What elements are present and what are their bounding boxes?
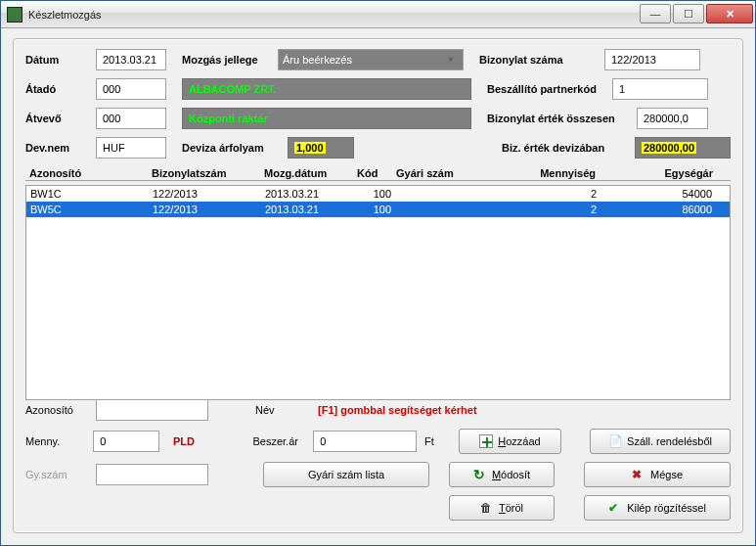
cross-icon <box>632 468 645 481</box>
add-button[interactable]: Hozzáad <box>459 429 560 454</box>
unit-pld: PLD <box>173 435 206 447</box>
document-icon <box>608 434 622 448</box>
combo-mozgas-jellege[interactable]: Áru beérkezés ▼ <box>278 49 464 70</box>
label-devnem: Dev.nem <box>25 142 88 154</box>
close-button[interactable]: ✕ <box>706 4 753 23</box>
display-atado-nev: ALBACOMP ZRT. <box>182 78 471 100</box>
modify-button[interactable]: Módosít <box>449 462 555 487</box>
delete-button[interactable]: Töröl <box>449 495 555 521</box>
display-biz-ertek-devizaban: 280000,00 <box>635 137 731 159</box>
col-mennyiseg: Mennyiség <box>513 167 611 179</box>
from-order-button[interactable]: Száll. rendelésből <box>590 429 731 454</box>
serial-list-label: Gyári szám lista <box>308 469 384 480</box>
titlebar: Készletmozgás — ☐ ✕ <box>1 1 755 28</box>
plus-icon <box>479 434 493 448</box>
input-bizonylat-szama[interactable] <box>604 49 700 70</box>
table-row[interactable]: BW1C122/20132013.03.21100254000 <box>26 186 730 202</box>
input-beszer-ar[interactable] <box>313 431 417 452</box>
display-deviza-arfolyam: 1,000 <box>288 137 354 159</box>
input-gyszam[interactable] <box>96 464 208 485</box>
col-bizonylatszam: Bizonylatszám <box>152 167 264 179</box>
label-bizonylat-szama: Bizonylat száma <box>479 54 597 66</box>
window-title: Készletmozgás <box>28 9 640 21</box>
add-button-label: ozzáad <box>506 435 540 447</box>
label-datum: Dátum <box>25 54 88 66</box>
col-azonosito: Azonosító <box>29 167 152 179</box>
col-gyari-szam: Gyári szám <box>396 167 513 179</box>
input-atado[interactable] <box>96 78 166 100</box>
label-bizonylat-ertek-osszesen: Bizonylat érték összesen <box>487 113 629 124</box>
table-row[interactable]: BW5C122/20132013.03.21100286000 <box>26 202 730 217</box>
label-entry-nev: Név <box>255 404 310 416</box>
input-datum[interactable] <box>96 49 166 70</box>
label-entry-menny: Menny. <box>25 435 85 447</box>
input-bizonylat-ertek-osszesen[interactable] <box>637 108 708 129</box>
combo-value: Áru beérkezés <box>283 54 352 66</box>
label-beszer-ar: Beszer.ár <box>252 435 305 447</box>
grid-header: Azonosító Bizonylatszám Mozg.dátum Kód G… <box>25 166 731 181</box>
label-atado: Átadó <box>25 83 88 95</box>
label-biz-ertek-devizaban: Biz. érték devizában <box>502 142 627 154</box>
maximize-button[interactable]: ☐ <box>673 4 704 23</box>
col-mozg-datum: Mozg.dátum <box>264 167 357 179</box>
label-ft: Ft <box>424 435 443 447</box>
label-entry-azonosito: Azonosító <box>25 404 88 416</box>
from-order-label: Száll. rendelésből <box>627 435 712 447</box>
check-icon <box>608 501 622 515</box>
input-entry-menny[interactable] <box>93 431 159 452</box>
save-exit-button[interactable]: Kilép rögzítéssel <box>584 495 731 521</box>
label-atvevo: Átvevő <box>25 113 88 124</box>
label-beszallito-partnerkod: Beszállító partnerkód <box>487 83 604 95</box>
label-gyszam: Gy.szám <box>25 469 88 480</box>
label-mozgas-jellege: Mozgás jellege <box>182 54 270 66</box>
input-devnem[interactable] <box>96 137 166 159</box>
app-icon <box>7 7 22 23</box>
col-kod: Kód <box>357 167 396 179</box>
input-atvevo[interactable] <box>96 108 166 129</box>
trash-icon <box>480 501 494 515</box>
cancel-button[interactable]: Mégse <box>584 462 731 487</box>
cancel-label: Mégse <box>650 469 683 480</box>
input-beszallito-partnerkod[interactable] <box>612 78 708 100</box>
input-entry-azonosito[interactable] <box>96 399 208 421</box>
label-deviza-arfolyam: Deviza árfolyam <box>182 142 280 154</box>
save-exit-label: Kilép rögzítéssel <box>627 502 706 514</box>
refresh-icon <box>473 468 487 481</box>
col-egysegar: Egységár <box>611 167 727 179</box>
chevron-down-icon: ▼ <box>443 55 459 65</box>
minimize-button[interactable]: — <box>640 4 671 23</box>
grid[interactable]: BW1C122/20132013.03.21100254000BW5C122/2… <box>25 185 731 400</box>
display-atvevo-nev: Központi raktár <box>182 108 471 129</box>
help-text: [F1] gombbal segítséget kérhet <box>318 404 477 416</box>
serial-list-button[interactable]: Gyári szám lista <box>263 462 429 487</box>
